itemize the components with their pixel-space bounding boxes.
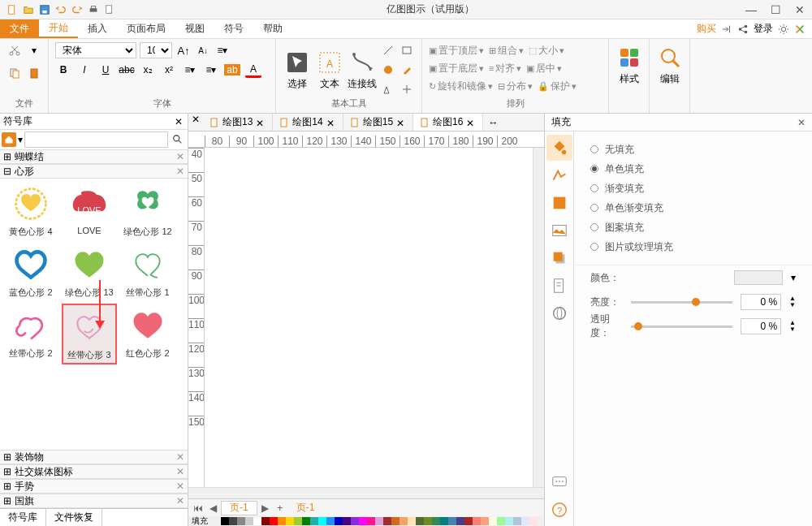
edit-button[interactable]: 编辑	[654, 42, 686, 88]
page-next-icon[interactable]: ▶	[259, 502, 272, 515]
font-shrink-icon[interactable]: A↓	[195, 42, 211, 58]
select-tool[interactable]: 选择	[283, 45, 312, 94]
brightness-input[interactable]	[741, 294, 781, 310]
color-swatch[interactable]	[432, 517, 440, 525]
category-flag[interactable]: ⊞国旗✕	[0, 494, 188, 508]
shape-绿色心形-13[interactable]: 绿色心形 13	[62, 243, 117, 300]
color-swatch[interactable]	[367, 517, 375, 525]
font-name-select[interactable]: 宋体	[55, 42, 136, 58]
font-size-select[interactable]: 10	[140, 42, 172, 58]
image-tab-icon[interactable]	[546, 218, 572, 244]
color-swatch[interactable]	[335, 517, 343, 525]
color-swatch[interactable]	[505, 517, 513, 525]
buy-link[interactable]: 购买	[697, 22, 716, 36]
opacity-input[interactable]	[741, 318, 781, 334]
right-panel-close-icon[interactable]: ✕	[797, 117, 806, 128]
scrollbar-horizontal[interactable]	[188, 487, 544, 498]
layer-tab-icon[interactable]	[546, 300, 572, 326]
doc-tab-close-icon[interactable]: ✕	[466, 118, 476, 127]
page-add-icon[interactable]: +	[274, 502, 287, 515]
menu-file[interactable]: 文件	[0, 19, 39, 38]
color-swatch[interactable]	[326, 517, 335, 525]
color-swatch[interactable]	[513, 517, 521, 525]
shape-蓝色心形-2[interactable]: 蓝色心形 2	[3, 243, 58, 300]
size-button[interactable]: ⬚ 大小 ▾	[529, 44, 564, 58]
shape-红色心形-2[interactable]: 红色心形 2	[120, 304, 175, 364]
stepper-icon[interactable]: ▲▼	[789, 295, 796, 308]
fill-option-图案填充[interactable]: 图案填充	[590, 218, 796, 237]
color-swatch[interactable]	[294, 517, 302, 525]
highlight-icon[interactable]: ab	[224, 62, 240, 78]
fill-option-单色渐变填充[interactable]: 单色渐变填充	[590, 198, 796, 218]
pen-tool-icon[interactable]	[380, 81, 396, 97]
color-swatch[interactable]	[497, 517, 505, 525]
category-gesture[interactable]: ⊞手势✕	[0, 479, 188, 494]
shape-LOVE[interactable]: LOVELOVE	[62, 182, 117, 239]
menu-tab-insert[interactable]: 插入	[78, 19, 117, 38]
to-back-button[interactable]: ▣ 置于底层 ▾	[429, 62, 484, 75]
search-icon[interactable]	[170, 132, 186, 148]
pencil-tool-icon[interactable]	[399, 62, 415, 78]
paste-icon[interactable]	[26, 65, 42, 81]
qat-save-icon[interactable]	[37, 2, 52, 17]
color-dropdown-icon[interactable]: ▾	[791, 272, 796, 283]
color-swatch[interactable]	[261, 517, 270, 525]
color-picker[interactable]	[734, 270, 783, 285]
page-tab-icon[interactable]	[546, 273, 572, 299]
maximize-button[interactable]: ☐	[763, 0, 788, 19]
menu-tab-help[interactable]: 帮助	[253, 19, 292, 38]
doc-tab-close-icon[interactable]: ✕	[326, 118, 336, 127]
bottom-tab-symbols[interactable]: 符号库	[0, 509, 46, 526]
shape-丝带心形-1[interactable]: 丝带心形 1	[120, 243, 175, 300]
protect-button[interactable]: 🔒 保护 ▾	[538, 80, 577, 93]
brightness-slider[interactable]	[631, 301, 732, 304]
bottom-tab-recover[interactable]: 文件恢复	[46, 509, 102, 526]
distribute-button[interactable]: ⊟ 分布 ▾	[498, 80, 533, 93]
comment-tab-icon[interactable]	[546, 469, 572, 495]
center-button[interactable]: ▣ 居中 ▾	[526, 62, 562, 75]
shape-丝带心形-2[interactable]: 丝带心形 2	[3, 304, 58, 364]
home-dropdown-icon[interactable]: ▾	[18, 134, 23, 145]
numbering-icon[interactable]: ≡▾	[203, 62, 219, 78]
cut-icon[interactable]	[6, 42, 23, 58]
to-front-button[interactable]: ▣ 置于顶层 ▾	[429, 44, 484, 58]
home-icon[interactable]	[2, 132, 16, 147]
color-swatch[interactable]	[302, 517, 310, 525]
color-swatch[interactable]	[424, 517, 432, 525]
fill-option-渐变填充[interactable]: 渐变填充	[590, 179, 796, 198]
category-close-icon[interactable]: ✕	[176, 166, 184, 177]
strike-icon[interactable]: abc	[119, 62, 135, 78]
color-swatch[interactable]	[245, 517, 253, 525]
menu-tab-layout[interactable]: 页面布局	[117, 19, 175, 38]
line-tool-icon[interactable]	[380, 42, 396, 58]
color-swatch[interactable]	[237, 517, 245, 525]
fill-option-图片或纹理填充[interactable]: 图片或纹理填充	[590, 237, 796, 257]
copy-icon[interactable]	[6, 65, 23, 81]
stepper-icon[interactable]: ▲▼	[789, 320, 796, 333]
qat-new-icon[interactable]	[5, 2, 19, 17]
opacity-slider[interactable]	[631, 326, 732, 328]
color-swatch[interactable]	[351, 517, 359, 525]
doc-tab-绘图14[interactable]: 绘图14✕	[273, 114, 343, 131]
bullets-icon[interactable]: ≡▾	[182, 62, 198, 78]
fill-option-单色填充[interactable]: 单色填充	[590, 159, 796, 179]
color-swatch[interactable]	[318, 517, 326, 525]
font-grow-icon[interactable]: A↑	[175, 42, 192, 58]
qat-print-icon[interactable]	[86, 2, 101, 17]
canvas[interactable]	[205, 148, 533, 487]
color-swatch[interactable]	[391, 517, 400, 525]
line-tab-icon[interactable]	[546, 162, 572, 188]
qat-open-icon[interactable]	[21, 2, 36, 17]
export-icon[interactable]	[721, 24, 732, 35]
color-swatch[interactable]	[400, 517, 408, 525]
color-swatch[interactable]	[489, 517, 497, 525]
color-swatch[interactable]	[448, 517, 456, 525]
doc-tab-close-icon[interactable]: ✕	[256, 118, 266, 127]
style-button[interactable]: 样式	[613, 42, 646, 88]
color-swatch[interactable]	[375, 517, 383, 525]
qat-export-icon[interactable]	[102, 2, 117, 17]
symbols-panel-close-icon[interactable]: ✕	[173, 116, 184, 127]
login-link[interactable]: 登录	[754, 22, 773, 36]
color-swatch[interactable]	[286, 517, 294, 525]
category-butterfly[interactable]: ⊞蝴蝶结✕	[0, 149, 188, 164]
